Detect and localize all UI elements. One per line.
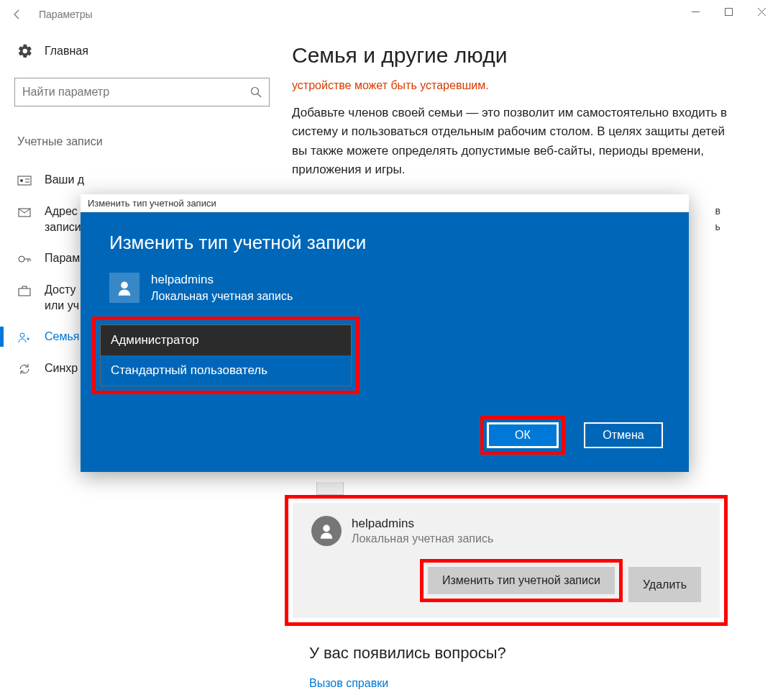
sync-icon: [17, 362, 32, 376]
search-input[interactable]: [22, 86, 250, 99]
svg-rect-0: [725, 8, 732, 15]
help-section: У вас появились вопросы? Вызов справки: [309, 644, 506, 690]
account-type-dropdown[interactable]: Администратор Стандартный пользователь: [100, 324, 352, 386]
dropdown-option-standard[interactable]: Стандартный пользователь: [101, 355, 351, 386]
description-paragraph: Добавьте членов своей семьи — это позвол…: [292, 104, 742, 179]
page-heading: Семья и другие люди: [292, 43, 742, 68]
dialog-titlebar[interactable]: Изменить тип учетной записи: [81, 194, 689, 213]
svg-point-9: [121, 282, 128, 289]
gear-icon: [17, 43, 33, 59]
nav-label: Ваши д: [45, 172, 84, 188]
dialog-user-name: helpadmins: [151, 273, 293, 287]
avatar-icon: [311, 516, 342, 546]
nav-label: Семья: [45, 329, 79, 345]
key-icon: [17, 252, 32, 266]
window-controls: [679, 0, 778, 23]
nav-label: Синхр: [45, 360, 78, 376]
nav-label: Парам: [45, 250, 80, 266]
svg-point-5: [19, 256, 24, 262]
user-subtitle: Локальная учетная запись: [352, 532, 493, 545]
people-icon: [17, 330, 32, 345]
cancel-button[interactable]: Отмена: [584, 422, 663, 448]
category-heading: Учетные записи: [14, 135, 266, 148]
avatar-icon: [109, 273, 139, 303]
search-icon: [250, 86, 262, 98]
svg-rect-2: [18, 176, 31, 185]
user-name: helpadmins: [352, 517, 493, 531]
warning-text: устройстве может быть устаревшим.: [292, 79, 742, 92]
svg-point-7: [20, 333, 24, 337]
nav-label: Досту или уч: [45, 282, 79, 313]
svg-point-1: [252, 88, 259, 95]
card-button-row: Изменить тип учетной записи Удалить: [311, 559, 701, 602]
home-link[interactable]: Главная: [14, 43, 266, 59]
hidden-text-fragment: вь: [715, 203, 720, 235]
window-title: Параметры: [39, 9, 93, 20]
nav-label: Адрес записи: [45, 204, 81, 235]
home-label: Главная: [45, 45, 88, 58]
ok-button-highlight: ОК: [480, 416, 565, 455]
dialog-button-row: ОК Отмена: [480, 416, 663, 455]
id-card-icon: [17, 173, 32, 188]
user-card-highlight: helpadmins Локальная учетная запись Изме…: [285, 495, 728, 626]
delete-user-button[interactable]: Удалить: [628, 567, 701, 602]
svg-point-3: [20, 179, 23, 182]
nav-your-info[interactable]: Ваши д: [14, 164, 266, 196]
account-type-dropdown-highlight: Администратор Стандартный пользователь: [92, 317, 360, 394]
close-button[interactable]: [745, 0, 778, 23]
svg-point-8: [323, 525, 330, 532]
svg-rect-6: [19, 288, 30, 296]
minimize-button[interactable]: [679, 0, 712, 23]
user-card[interactable]: helpadmins Локальная учетная запись Изме…: [293, 503, 720, 618]
dialog-user-subtitle: Локальная учетная запись: [151, 290, 293, 303]
mail-icon: [17, 205, 32, 219]
back-button[interactable]: [6, 3, 29, 26]
ok-button[interactable]: ОК: [487, 422, 559, 448]
add-button-partial[interactable]: [316, 482, 344, 495]
dialog-heading: Изменить тип учетной записи: [109, 232, 663, 254]
search-box[interactable]: [14, 78, 270, 106]
change-account-type-button[interactable]: Изменить тип учетной записи: [428, 567, 615, 594]
change-type-highlight: Изменить тип учетной записи: [420, 559, 623, 602]
maximize-button[interactable]: [712, 0, 745, 23]
dialog-user-row: helpadmins Локальная учетная запись: [109, 273, 663, 303]
dropdown-option-admin[interactable]: Администратор: [101, 325, 351, 355]
briefcase-icon: [17, 283, 32, 298]
help-link[interactable]: Вызов справки: [309, 677, 506, 690]
help-heading: У вас появились вопросы?: [309, 644, 506, 663]
user-row: helpadmins Локальная учетная запись: [311, 516, 701, 546]
titlebar: Параметры: [0, 0, 778, 29]
